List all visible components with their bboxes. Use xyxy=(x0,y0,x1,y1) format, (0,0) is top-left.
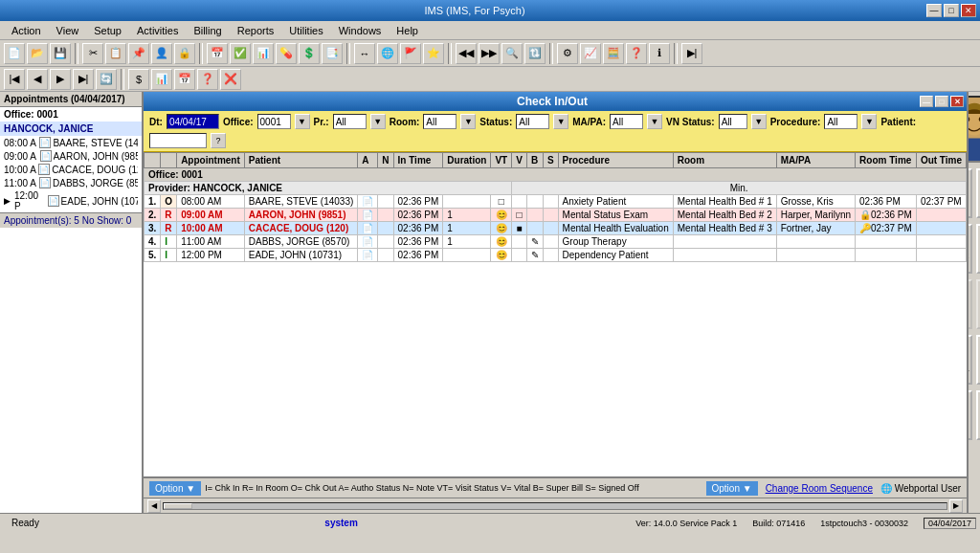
tb-sched[interactable]: 📅 xyxy=(207,43,228,64)
table-row[interactable]: 2. R 09:00 AM AARON, JOHN (9851) 📄 02:36… xyxy=(145,209,967,222)
copay-button[interactable]: 💲 Copay xyxy=(967,335,972,385)
procedure-filter-input[interactable] xyxy=(824,114,858,129)
tb-graph[interactable]: 📈 xyxy=(580,43,601,64)
menu-setup[interactable]: Setup xyxy=(86,23,129,38)
pr-filter-btn[interactable]: ▼ xyxy=(370,114,386,129)
checkin-minimize[interactable]: — xyxy=(920,96,933,107)
tb-open[interactable]: 📂 xyxy=(27,43,48,64)
move-down-button[interactable]: ⬇ MoveDown xyxy=(976,279,980,329)
office-filter-input[interactable] xyxy=(257,114,291,129)
date-input[interactable] xyxy=(167,114,219,129)
menu-action[interactable]: Action xyxy=(4,23,49,38)
table-row[interactable]: 4. I 11:00 AM DABBS, JORGE (8570) 📄 02:3… xyxy=(145,235,967,249)
vn-filter-btn[interactable]: ▼ xyxy=(751,114,767,129)
appt-item-2[interactable]: 09:00 A 📄 AARON, JOHN (985) xyxy=(0,149,142,163)
tb-new[interactable]: 📄 xyxy=(4,43,25,64)
procedure-filter-btn[interactable]: ▼ xyxy=(861,114,877,129)
checkin-maximize[interactable]: □ xyxy=(935,96,948,107)
tb-last[interactable]: ▶| xyxy=(73,69,94,90)
table-row[interactable]: 1. O 08:00 AM BAARE, STEVE (14033) 📄 02:… xyxy=(145,195,967,209)
menu-activities[interactable]: Activities xyxy=(129,23,186,38)
appt-item-3[interactable]: 10:00 A 📄 CACACE, DOUG (120 xyxy=(0,163,142,176)
office-filter-btn[interactable]: ▼ xyxy=(295,114,310,129)
table-row[interactable]: 5. I 12:00 PM EADE, JOHN (10731) 📄 02:36… xyxy=(145,249,967,262)
tb-calc[interactable]: 🧮 xyxy=(603,43,624,64)
option-button-left[interactable]: Option ▼ xyxy=(149,481,201,496)
tb-cancel[interactable]: ❌ xyxy=(220,69,241,90)
menu-billing[interactable]: Billing xyxy=(186,23,229,38)
pr-filter-input[interactable] xyxy=(333,114,367,129)
scroll-track[interactable] xyxy=(163,502,947,510)
patient-filter-input[interactable] xyxy=(149,133,207,148)
tb-rx[interactable]: 💊 xyxy=(276,43,297,64)
tb-dollar[interactable]: $ xyxy=(128,69,149,90)
tb-report[interactable]: 📑 xyxy=(322,43,343,64)
move-up-button[interactable]: ⬆ MoveUp xyxy=(967,279,972,329)
appt-item-5[interactable]: ▶ 12:00 P 📄 EADE, JOHN (10731 xyxy=(0,189,142,212)
tb-copy[interactable]: 📋 xyxy=(105,43,126,64)
col-mapa-header[interactable]: MA/PA xyxy=(776,153,855,168)
tb-appt[interactable]: 📅 xyxy=(174,69,195,90)
close-button[interactable]: ✕ xyxy=(961,4,976,17)
tb-chart[interactable]: 📊 xyxy=(253,43,274,64)
mapa-filter-input[interactable] xyxy=(610,114,643,129)
scroll-left-btn[interactable]: ◀ xyxy=(147,499,161,513)
col-proc-header[interactable]: Procedure xyxy=(558,153,673,168)
tb-paste[interactable]: 📌 xyxy=(128,43,149,64)
room-filter-btn[interactable]: ▼ xyxy=(460,114,476,129)
tb-star[interactable]: ⭐ xyxy=(423,43,444,64)
tb-checkin[interactable]: ✅ xyxy=(230,43,251,64)
status-filter-input[interactable] xyxy=(516,114,549,129)
col-roomtime-header[interactable]: Room Time xyxy=(856,153,917,168)
tb-next[interactable]: ▶ xyxy=(50,69,71,90)
menu-view[interactable]: View xyxy=(49,23,87,38)
checkin-close[interactable]: ✕ xyxy=(950,96,964,107)
tb-sort[interactable]: 🔃 xyxy=(524,43,546,64)
tb-next-rec[interactable]: ▶▶ xyxy=(479,43,500,64)
col-intime-header[interactable]: In Time xyxy=(393,153,443,168)
tb-save[interactable]: 💾 xyxy=(50,43,71,64)
table-row[interactable]: 3. R 10:00 AM CACACE, DOUG (120) 📄 02:36… xyxy=(145,222,967,235)
appt-item-1[interactable]: 08:00 A 📄 BAARE, STEVE (140 xyxy=(0,136,142,149)
tb-prev-rec[interactable]: ◀◀ xyxy=(456,43,477,64)
col-room-header[interactable]: Room xyxy=(673,153,776,168)
mapa-filter-btn[interactable]: ▼ xyxy=(647,114,662,129)
check-out-button[interactable]: ✅ CheckOut xyxy=(967,224,972,274)
tb-cut[interactable]: ✂ xyxy=(82,43,103,64)
tb-globe[interactable]: 🌐 xyxy=(377,43,398,64)
minimize-button[interactable]: — xyxy=(926,4,942,17)
tb-filter[interactable]: 🔍 xyxy=(501,43,523,64)
patient-filter-btn[interactable]: ? xyxy=(211,133,226,148)
status-filter-btn[interactable]: ▼ xyxy=(553,114,568,129)
col-outtime-header[interactable]: Out Time xyxy=(916,153,966,168)
menu-windows[interactable]: Windows xyxy=(331,23,390,38)
print-bill-button[interactable]: 🖨 PrintBill xyxy=(976,390,980,440)
tb-arrows[interactable]: ↔ xyxy=(354,43,375,64)
menu-reports[interactable]: Reports xyxy=(230,23,282,38)
vn-filter-input[interactable] xyxy=(719,114,747,129)
vitals-button[interactable]: ❤ Vitals xyxy=(976,335,980,385)
tb-first[interactable]: |◀ xyxy=(4,69,25,90)
col-appt-header[interactable]: Appointment xyxy=(177,153,245,168)
option-button-right[interactable]: Option ▼ xyxy=(706,481,758,496)
tb-chart2[interactable]: 📊 xyxy=(151,69,172,90)
menu-help[interactable]: Help xyxy=(389,23,426,38)
scroll-thumb[interactable] xyxy=(164,503,192,509)
menu-utilities[interactable]: Utilities xyxy=(281,23,330,38)
tb-refresh[interactable]: 🔄 xyxy=(96,69,117,90)
tb-info[interactable]: ℹ xyxy=(649,43,670,64)
tb-help[interactable]: ❓ xyxy=(626,43,647,64)
tb-extra[interactable]: ▶| xyxy=(681,43,702,64)
change-room-link[interactable]: Change Room Sequence xyxy=(766,483,873,494)
appt-item-4[interactable]: 11:00 A 📄 DABBS, JORGE (857 xyxy=(0,176,142,189)
tb-billing[interactable]: 💲 xyxy=(299,43,320,64)
tb-flag[interactable]: 🚩 xyxy=(400,43,421,64)
col-patient-header[interactable]: Patient xyxy=(244,153,358,168)
super-bill-button[interactable]: 📋 SuperBill xyxy=(967,390,972,440)
scroll-right-btn[interactable]: ▶ xyxy=(949,499,963,513)
tb-help2[interactable]: ❓ xyxy=(197,69,218,90)
tb-settings[interactable]: ⚙ xyxy=(557,43,578,64)
chng-room-button[interactable]: 🚪 ChngRoom xyxy=(976,168,980,218)
delete-button[interactable]: 🗑 Delete xyxy=(976,224,980,274)
tb-user[interactable]: 👤 xyxy=(151,43,172,64)
